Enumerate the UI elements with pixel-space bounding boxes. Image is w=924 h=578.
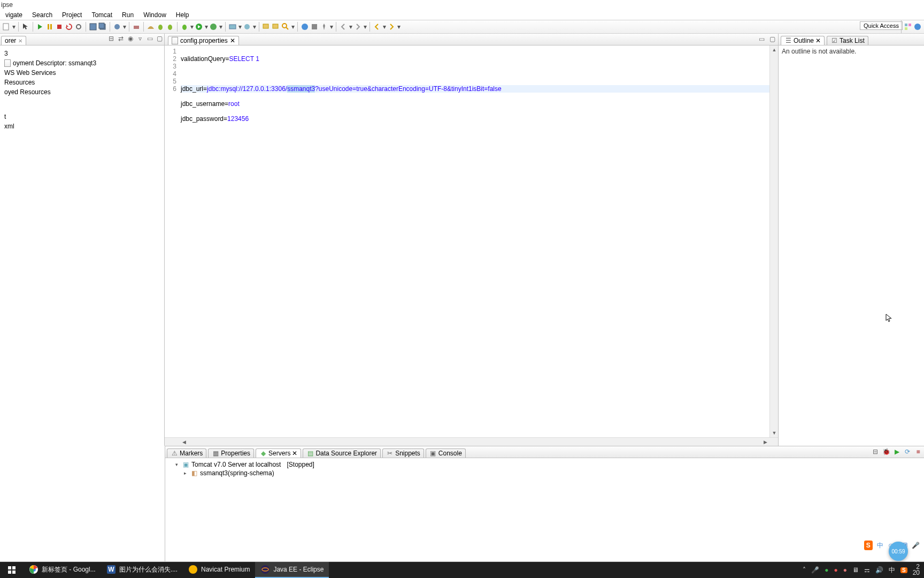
- debug-bug2-icon[interactable]: [166, 22, 174, 31]
- dropdown-arrow-icon[interactable]: ▾: [122, 22, 126, 31]
- skip-breakpoints-icon[interactable]: [113, 22, 121, 31]
- tray-sogou-icon[interactable]: S: [900, 567, 907, 573]
- build-icon[interactable]: [132, 22, 141, 31]
- expand-icon[interactable]: ▸: [182, 470, 188, 476]
- minimize-icon[interactable]: ▭: [146, 35, 153, 42]
- tomcat-restart-icon[interactable]: [65, 22, 73, 31]
- menu-window[interactable]: Window: [139, 10, 171, 20]
- tree-item[interactable]: t: [1, 112, 163, 121]
- scroll-down-icon[interactable]: ▼: [770, 429, 779, 437]
- expand-icon[interactable]: ▾: [174, 462, 180, 468]
- properties-tab[interactable]: ▦Properties: [208, 448, 254, 458]
- run-icon[interactable]: [195, 22, 203, 31]
- tomcat-start-icon[interactable]: [36, 22, 44, 31]
- tray-volume-icon[interactable]: 🔊: [875, 566, 883, 574]
- console-tab[interactable]: ▣Console: [426, 448, 466, 458]
- tasklist-tab[interactable]: ☑ Task List: [827, 36, 868, 45]
- menu-tomcat[interactable]: Tomcat: [87, 10, 117, 20]
- focus-task-icon[interactable]: ◉: [127, 35, 134, 42]
- tomcat-stop-icon[interactable]: [55, 22, 64, 31]
- taskbar-item-eclipse[interactable]: Java EE - Eclipse: [255, 562, 329, 578]
- new-server-icon[interactable]: [228, 22, 237, 31]
- vertical-scrollbar[interactable]: ▲ ▼: [769, 45, 778, 437]
- debug-bug-icon[interactable]: [156, 22, 165, 31]
- menu-search[interactable]: Search: [28, 10, 57, 20]
- code-area[interactable]: validationQuery=SELECT 1 jdbc_url=jdbc:m…: [180, 45, 769, 437]
- tree-item[interactable]: oyed Resources: [1, 87, 163, 97]
- menu-help[interactable]: Help: [172, 10, 194, 20]
- back-icon[interactable]: [373, 22, 381, 31]
- menu-project[interactable]: Project: [58, 10, 86, 20]
- taskbar-item-navicat[interactable]: Navicat Premium: [183, 562, 255, 578]
- pin-icon[interactable]: [320, 22, 328, 31]
- datasource-tab[interactable]: ▤Data Source Explorer: [303, 448, 381, 458]
- menu-navigate[interactable]: vigate: [1, 10, 27, 20]
- save-icon[interactable]: [89, 22, 97, 31]
- tray-mic-icon[interactable]: 🎤: [811, 566, 819, 574]
- sogou-badge-icon[interactable]: S: [864, 541, 873, 550]
- tray-date[interactable]: 20: [913, 570, 920, 576]
- markers-tab[interactable]: ⚠Markers: [167, 448, 206, 458]
- scroll-track[interactable]: [188, 438, 761, 446]
- link-editor-icon[interactable]: ⇄: [117, 35, 125, 42]
- server-row[interactable]: ▾ ▣ Tomcat v7.0 Server at localhost [Sto…: [167, 460, 922, 469]
- close-icon[interactable]: ✕: [230, 37, 235, 44]
- servers-body[interactable]: ▾ ▣ Tomcat v7.0 Server at localhost [Sto…: [165, 458, 924, 561]
- servers-tab[interactable]: ◆Servers ✕: [256, 448, 301, 458]
- editor-tab[interactable]: config.properties ✕: [168, 36, 239, 45]
- tray-ime-icon[interactable]: 中: [889, 566, 895, 575]
- start-server-icon[interactable]: ▶: [893, 448, 900, 455]
- taskbar-item-chrome[interactable]: 新标签页 - Googl...: [24, 562, 101, 578]
- tree-item[interactable]: WS Web Services: [1, 68, 163, 78]
- tree-item[interactable]: 3: [1, 49, 163, 58]
- tray-network-icon[interactable]: ⚎: [864, 566, 870, 574]
- debug-icon[interactable]: [180, 22, 189, 31]
- dropdown-arrow-icon[interactable]: ▾: [363, 22, 367, 31]
- nav-next-icon[interactable]: [353, 22, 362, 31]
- javaee-perspective-icon[interactable]: [913, 22, 922, 31]
- timer-badge[interactable]: 00:59: [889, 542, 908, 561]
- scroll-up-icon[interactable]: ▲: [770, 45, 779, 54]
- close-icon[interactable]: ✕: [18, 38, 22, 44]
- dropdown-arrow-icon[interactable]: ▾: [219, 22, 222, 31]
- close-icon[interactable]: ✕: [815, 37, 821, 44]
- view-menu-icon[interactable]: ▿: [136, 35, 144, 42]
- dropdown-arrow-icon[interactable]: ▾: [329, 22, 333, 31]
- taskbar-item-word[interactable]: W 图片为什么会消失....: [101, 562, 183, 578]
- collapse-all-icon[interactable]: ⊟: [107, 35, 115, 42]
- quick-access-button[interactable]: Quick Access: [860, 21, 903, 30]
- browser-icon[interactable]: [301, 22, 309, 31]
- scroll-right-icon[interactable]: ▶: [761, 438, 769, 446]
- explorer-tab[interactable]: orer ✕: [1, 36, 26, 45]
- maximize-icon[interactable]: ▢: [768, 35, 776, 43]
- open-task-icon[interactable]: [272, 22, 280, 31]
- open-perspective-icon[interactable]: [904, 22, 912, 31]
- open-type-icon[interactable]: [262, 22, 271, 31]
- debug-server-icon[interactable]: 🐞: [882, 448, 890, 455]
- new-connection-icon[interactable]: [243, 22, 251, 31]
- save-all-icon[interactable]: [98, 22, 107, 31]
- scroll-left-icon[interactable]: ◀: [180, 438, 188, 446]
- dropdown-arrow-icon[interactable]: ▾: [291, 22, 295, 31]
- external-tools-icon[interactable]: [310, 22, 319, 31]
- dropdown-arrow-icon[interactable]: ▾: [349, 22, 352, 31]
- stop-server-icon[interactable]: ■: [914, 448, 922, 455]
- snippets-tab[interactable]: ✂Snippets: [382, 448, 424, 458]
- no-servers-icon[interactable]: ⊟: [872, 448, 879, 455]
- run-last-icon[interactable]: [209, 22, 218, 31]
- editor-body[interactable]: 1 2 3 4 5 6 validationQuery=SELECT 1 jdb…: [165, 45, 778, 437]
- tray-display-icon[interactable]: 🖥: [852, 566, 859, 574]
- tomcat-pause-icon[interactable]: [45, 22, 54, 31]
- profile-server-icon[interactable]: ⟳: [904, 448, 911, 455]
- tomcat-config-icon[interactable]: [74, 22, 83, 31]
- close-icon[interactable]: ✕: [292, 450, 297, 457]
- dropdown-arrow-icon[interactable]: ▾: [12, 22, 16, 31]
- forward-icon[interactable]: [387, 22, 396, 31]
- tree-item[interactable]: xml: [1, 121, 163, 131]
- tray-app2-icon[interactable]: ●: [843, 566, 847, 574]
- dropdown-arrow-icon[interactable]: ▾: [204, 22, 208, 31]
- dropdown-arrow-icon[interactable]: ▾: [190, 22, 194, 31]
- dropdown-arrow-icon[interactable]: ▾: [238, 22, 242, 31]
- mic-icon[interactable]: 🎤: [912, 542, 920, 549]
- outline-tab[interactable]: ☰ Outline ✕: [781, 36, 825, 45]
